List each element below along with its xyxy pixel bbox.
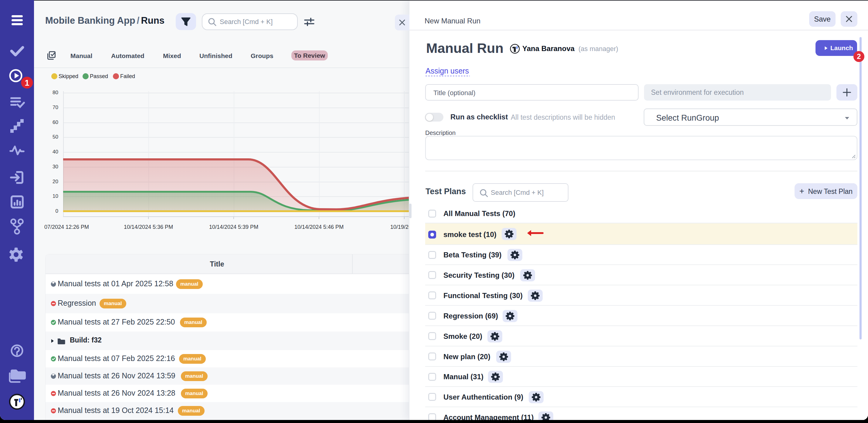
svg-text:1: 1 [25, 78, 29, 87]
